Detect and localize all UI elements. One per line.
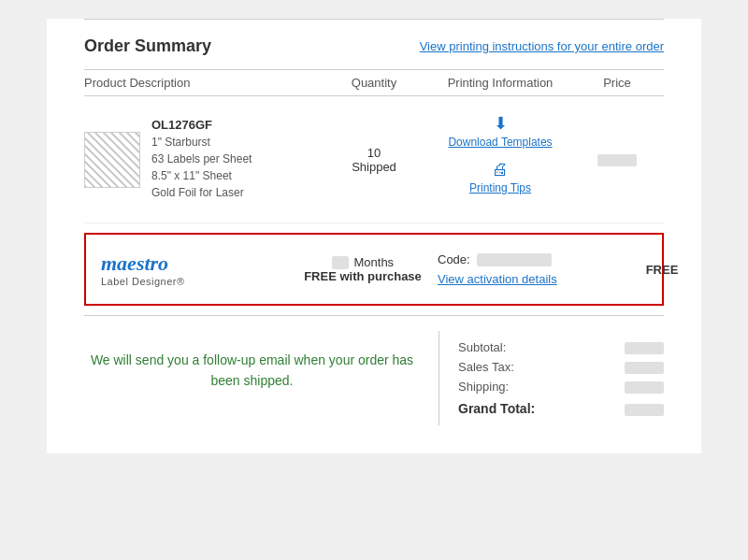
price-amount xyxy=(597,154,637,166)
maestro-offer: Months FREE with purchase xyxy=(288,255,438,284)
order-summary-header: Order Summary View printing instructions… xyxy=(84,36,664,56)
table-header: Product Description Quantity Printing In… xyxy=(84,69,664,96)
bottom-divider xyxy=(84,315,664,316)
offer-text: FREE with purchase xyxy=(304,269,422,283)
quantity-cell: 10 Shipped xyxy=(327,146,421,174)
maestro-logo: maestro Label Designer® xyxy=(101,251,288,287)
order-summary-title: Order Summary xyxy=(84,36,211,56)
maestro-logo-text: maestro xyxy=(101,251,168,276)
product-info: OL1276GF 1" Starburst 63 Labels per Shee… xyxy=(151,118,252,201)
printer-icon: 🖨 xyxy=(421,160,580,179)
grand-total-row: Grand Total: xyxy=(458,401,664,416)
product-row: OL1276GF 1" Starburst 63 Labels per Shee… xyxy=(84,96,664,223)
vertical-divider xyxy=(439,331,439,425)
download-templates-link[interactable]: Download Templates xyxy=(448,136,552,149)
printing-tips-link[interactable]: Printing Tips xyxy=(469,181,531,194)
quantity-label: Shipped xyxy=(327,160,421,174)
price-cell xyxy=(580,152,654,166)
months-blurred xyxy=(332,256,349,269)
product-detail-3: 8.5" x 11" Sheet xyxy=(151,167,252,184)
page-container: Order Summary View printing instructions… xyxy=(47,19,701,453)
quantity-number: 10 xyxy=(327,146,421,160)
shipping-label: Shipping: xyxy=(458,380,509,394)
grand-total-amount xyxy=(625,401,664,416)
printing-tips-group: 🖨 Printing Tips xyxy=(421,160,580,194)
maestro-row: maestro Label Designer® Months FREE with… xyxy=(84,233,664,306)
code-label: Code: xyxy=(438,252,470,266)
sales-tax-amount xyxy=(625,360,664,374)
product-detail-4: Gold Foil for Laser xyxy=(151,184,252,201)
download-section: ⬇ Download Templates 🖨 Printing Tips xyxy=(421,113,580,194)
maestro-logo-sub: Label Designer® xyxy=(101,276,185,287)
product-name: OL1276GF xyxy=(151,118,252,132)
subtotal-label: Subtotal: xyxy=(458,340,506,354)
printing-cell: ⬇ Download Templates 🖨 Printing Tips xyxy=(421,113,580,206)
download-icon: ⬇ xyxy=(421,113,580,134)
footer-section: We will send you a follow-up email when … xyxy=(84,331,664,425)
code-value-blurred xyxy=(477,253,552,266)
product-description-cell: OL1276GF 1" Starburst 63 Labels per Shee… xyxy=(84,118,327,201)
code-display: Code: xyxy=(438,252,625,267)
view-activation-link[interactable]: View activation details xyxy=(438,272,625,286)
download-templates-group: ⬇ Download Templates xyxy=(421,113,580,149)
col-header-price: Price xyxy=(580,76,654,90)
grand-total-label: Grand Total: xyxy=(458,401,535,416)
sales-tax-row: Sales Tax: xyxy=(458,360,664,374)
totals-section: Subtotal: Sales Tax: Shipping: Grand Tot… xyxy=(458,331,664,425)
follow-up-message: We will send you a follow-up email when … xyxy=(84,331,420,425)
product-detail-1: 1" Starburst xyxy=(151,134,252,151)
subtotal-amount xyxy=(625,340,664,354)
top-divider xyxy=(84,19,664,20)
view-printing-instructions-link[interactable]: View printing instructions for your enti… xyxy=(420,39,664,53)
product-detail-2: 63 Labels per Sheet xyxy=(151,151,252,167)
maestro-code-section: Code: View activation details xyxy=(438,252,625,287)
col-header-printing: Printing Information xyxy=(421,76,580,90)
maestro-free-label: FREE xyxy=(625,263,699,277)
subtotal-row: Subtotal: xyxy=(458,340,664,354)
product-image xyxy=(84,132,140,188)
sales-tax-label: Sales Tax: xyxy=(458,360,514,374)
shipping-row: Shipping: xyxy=(458,380,664,394)
shipping-amount xyxy=(625,380,664,394)
col-header-quantity: Quantity xyxy=(327,76,421,90)
months-label: Months xyxy=(353,255,394,269)
col-header-product: Product Description xyxy=(84,76,327,90)
